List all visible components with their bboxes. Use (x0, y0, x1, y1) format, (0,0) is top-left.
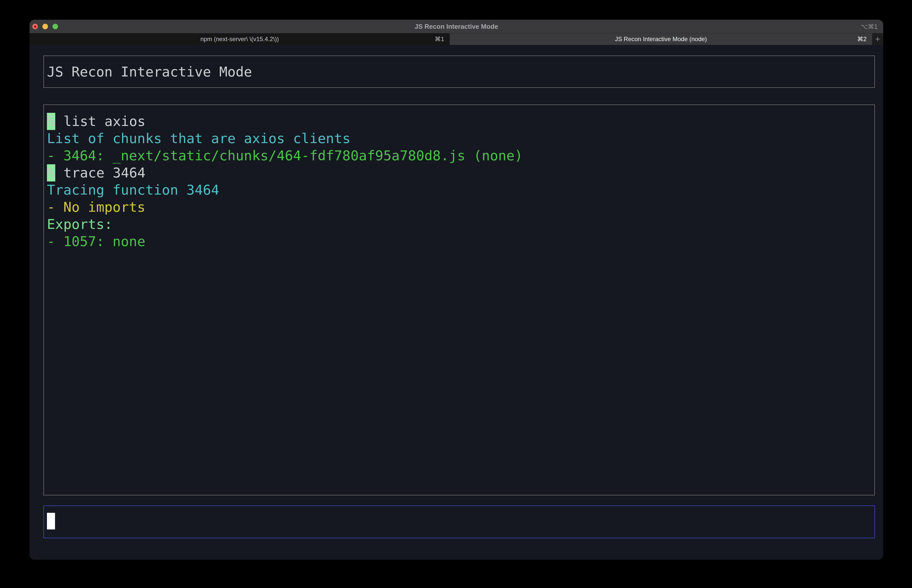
output-text: - 3464: _next/static/chunks/464-fdf780af… (47, 148, 523, 163)
tab-label: JS Recon Interactive Mode (node) (450, 33, 872, 45)
app-title: JS Recon Interactive Mode (47, 64, 252, 80)
terminal-output-box: % list axiosList of chunks that are axio… (44, 105, 875, 495)
text-cursor (47, 513, 55, 530)
new-tab-button[interactable]: + (872, 33, 883, 45)
tab-js-recon-node[interactable]: JS Recon Interactive Mode (node) ⌘2 (450, 33, 872, 45)
plus-icon: + (875, 34, 880, 44)
terminal-line: - 3464: _next/static/chunks/464-fdf780af… (47, 147, 872, 164)
command-input-box[interactable] (44, 506, 875, 538)
window-title-shortcut: ⌥⌘1 (860, 20, 878, 33)
tab-npm-next-server[interactable]: npm (next-server\ \(v15.4.2\)) ⌘1 (29, 33, 450, 45)
prompt-marker: % (47, 113, 55, 130)
app-title-box: JS Recon Interactive Mode (44, 55, 875, 88)
output-text: Exports: (47, 216, 113, 232)
terminal-line: % list axios (47, 113, 872, 130)
terminal-line: List of chunks that are axios clients (47, 130, 872, 147)
terminal-line: Exports: (47, 216, 872, 233)
tab-shortcut: ⌘2 (857, 33, 867, 45)
window-title: JS Recon Interactive Mode (29, 20, 883, 33)
command-text: trace 3464 (55, 165, 145, 181)
terminal-line: - 1057: none (47, 233, 872, 250)
terminal-line: Tracing function 3464 (47, 181, 872, 199)
output-text: - No imports (47, 199, 145, 215)
output-text: Tracing function 3464 (47, 182, 219, 198)
terminal-content: JS Recon Interactive Mode % list axiosLi… (29, 45, 883, 560)
prompt-marker: % (47, 164, 55, 181)
output-text: - 1057: none (47, 233, 145, 249)
terminal-line: % trace 3464 (47, 164, 872, 181)
output-text: List of chunks that are axios clients (47, 131, 350, 146)
terminal-output-lines: % list axiosList of chunks that are axio… (47, 113, 872, 250)
window-titlebar[interactable]: JS Recon Interactive Mode ⌥⌘1 (29, 20, 883, 33)
tab-bar: npm (next-server\ \(v15.4.2\)) ⌘1 JS Rec… (29, 33, 883, 45)
terminal-line: - No imports (47, 199, 872, 216)
terminal-window: JS Recon Interactive Mode ⌥⌘1 npm (next-… (29, 20, 883, 560)
tab-shortcut: ⌘1 (435, 33, 444, 45)
tab-label: npm (next-server\ \(v15.4.2\)) (29, 33, 450, 45)
command-text: list axios (55, 113, 145, 129)
